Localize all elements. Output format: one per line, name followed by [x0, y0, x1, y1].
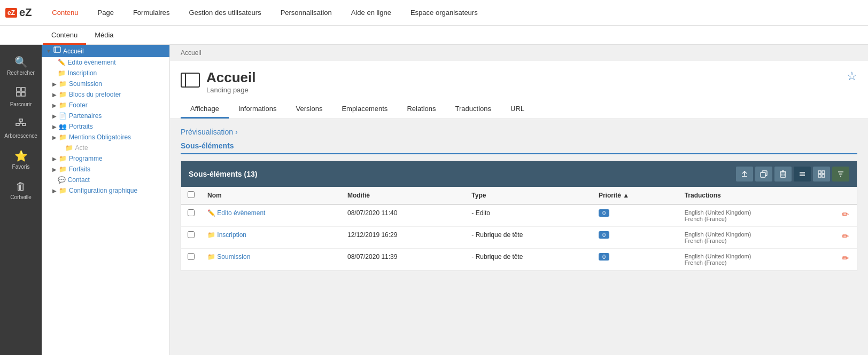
logo-text: eZ — [19, 6, 32, 19]
tab-informations[interactable]: Informations — [229, 100, 286, 119]
tree-item-edito[interactable]: ✏️ Edito évènement — [42, 57, 169, 68]
tree-link-inscription[interactable]: Inscription — [68, 69, 97, 77]
upload-button[interactable] — [736, 167, 753, 182]
tab-relations[interactable]: Relations — [397, 100, 445, 119]
copy-button[interactable] — [755, 167, 772, 182]
grid-view-button[interactable] — [813, 167, 830, 182]
nav-item-contenu[interactable]: Contenu — [42, 0, 88, 26]
row-1-edit-icon[interactable]: ✏ — [842, 210, 849, 219]
tree-item-contact[interactable]: 💬 Contact — [42, 175, 169, 185]
tree-link-partenaires[interactable]: Partenaires — [69, 112, 102, 120]
nav-item-formulaires[interactable]: Formulaires — [123, 0, 180, 26]
table-row: 📁 Soumission 08/07/2020 11:39 - Rubrique… — [181, 249, 857, 271]
row-3-edit-icon[interactable]: ✏ — [842, 254, 849, 263]
tree-item-config[interactable]: ▶ 📁 Configuration graphique — [42, 185, 169, 196]
sidebar-item-arborescence[interactable]: Arborescence — [0, 113, 42, 144]
top-navigation: eZ eZ Contenu Page Formulaires Gestion d… — [0, 0, 868, 26]
tree-item-soumission[interactable]: ▶ 📁 Soumission — [42, 78, 169, 89]
secondary-nav-media[interactable]: Média — [86, 26, 122, 45]
tree-link-contact[interactable]: Contact — [68, 176, 90, 184]
tree-item-programme[interactable]: ▶ 📁 Programme — [42, 153, 169, 164]
row-2-edit-icon[interactable]: ✏ — [842, 232, 849, 241]
tree-item-portraits[interactable]: ▶ 👥 Portraits — [42, 121, 169, 132]
content-title-block: Accueil Landing page — [181, 69, 256, 94]
favorite-star-icon[interactable]: ☆ — [847, 69, 857, 83]
col-checkbox — [181, 187, 201, 204]
tree-item-inscription[interactable]: 📁 Inscription — [42, 68, 169, 78]
nav-item-gestion[interactable]: Gestion des utilisateurs — [180, 0, 271, 26]
row-3-type: - Rubrique de tête — [465, 249, 592, 271]
table-header: Sous-éléments (13) — [181, 161, 857, 187]
row-2-translation-1: English (United Kingdom) — [685, 231, 829, 238]
row-1-link[interactable]: Edito évènement — [217, 209, 265, 217]
svg-rect-24 — [818, 171, 821, 173]
sidebar-item-corbeille[interactable]: 🗑 Corbeille — [0, 175, 42, 206]
select-all-checkbox[interactable] — [188, 191, 195, 198]
tree-toggle-accueil: ▼ — [46, 48, 51, 54]
filter-button[interactable] — [832, 167, 849, 182]
tree-link-config[interactable]: Configuration graphique — [69, 187, 137, 194]
col-priorite[interactable]: Priorité ▲ — [592, 187, 678, 204]
preview-link[interactable]: Prévisualisation › — [181, 128, 857, 136]
content-header: Accueil Landing page ☆ Affichage Informa… — [170, 61, 868, 119]
tree-item-forfaits[interactable]: ▶ 📁 Forfaits — [42, 164, 169, 175]
tree-item-acte[interactable]: 📁 Acte — [42, 143, 169, 153]
row-checkbox-3 — [181, 249, 201, 271]
svg-rect-27 — [822, 175, 825, 177]
row-2-link[interactable]: Inscription — [217, 231, 246, 239]
tab-versions[interactable]: Versions — [286, 100, 332, 119]
table-header-actions — [736, 167, 849, 182]
content-title-text: Accueil Landing page — [206, 69, 256, 94]
row-checkbox-1 — [181, 204, 201, 227]
tree-link-soumission[interactable]: Soumission — [69, 80, 102, 88]
secondary-nav-contenu[interactable]: Contenu — [43, 26, 86, 45]
sidebar-item-rechercher[interactable]: 🔍 Rechercher — [0, 50, 42, 81]
tree-link-mentions[interactable]: Mentions Obligatoires — [69, 133, 131, 141]
users-icon-portraits: 👥 — [59, 123, 67, 130]
tab-affichage[interactable]: Affichage — [181, 100, 229, 119]
tab-emplacements[interactable]: Emplacements — [332, 100, 397, 119]
tree-item-accueil[interactable]: ▼ Accueil — [42, 45, 169, 57]
row-2-checkbox[interactable] — [188, 231, 195, 238]
svg-rect-15 — [761, 172, 765, 177]
row-2-actions: ✏ — [835, 227, 857, 249]
row-checkbox-2 — [181, 227, 201, 249]
tree-link-blocs[interactable]: Blocs du prefooter — [69, 91, 121, 98]
page-icon-accueil — [53, 46, 61, 56]
tree-link-edito[interactable]: Edito évènement — [68, 59, 116, 66]
priority-badge-2: 0 — [599, 231, 609, 239]
row-3-checkbox[interactable] — [188, 253, 195, 260]
row-3-link[interactable]: Soumission — [217, 253, 250, 261]
tree-link-forfaits[interactable]: Forfaits — [69, 165, 90, 173]
tree-panel: ▼ Accueil ✏️ Edito évènement 📁 Inscripti… — [42, 45, 170, 355]
page-title: Accueil — [206, 69, 256, 86]
nav-item-personnalisation[interactable]: Personnalisation — [271, 0, 342, 26]
secondary-navigation: Contenu Média — [0, 26, 868, 45]
edito-row-icon: ✏️ — [207, 209, 217, 217]
sidebar-item-parcourir[interactable]: Parcourir — [0, 81, 42, 113]
tree-item-footer[interactable]: ▶ 📁 Footer — [42, 100, 169, 111]
delete-button[interactable] — [774, 167, 792, 182]
tab-traductions[interactable]: Traductions — [446, 100, 501, 119]
tree-link-footer[interactable]: Footer — [69, 101, 88, 109]
row-3-priority: 0 — [592, 249, 678, 271]
list-view-button[interactable] — [794, 167, 811, 182]
preview-label: Prévisualisation — [181, 128, 233, 136]
nav-item-aide[interactable]: Aide en ligne — [342, 0, 401, 26]
tab-url[interactable]: URL — [501, 100, 534, 119]
nav-item-page[interactable]: Page — [88, 0, 123, 26]
sub-elements-table: Nom Modifié Type Priorité ▲ Traductions — [181, 187, 857, 271]
tree-link-programme[interactable]: Programme — [69, 155, 103, 162]
folder-icon-soumission: 📁 — [59, 80, 67, 88]
tree-item-blocs[interactable]: ▶ 📁 Blocs du prefooter — [42, 89, 169, 100]
table-header-row: Nom Modifié Type Priorité ▲ Traductions — [181, 187, 857, 204]
tree-item-mentions[interactable]: ▶ 📁 Mentions Obligatoires — [42, 132, 169, 143]
nav-item-espace[interactable]: Espace organisateurs — [401, 0, 487, 26]
row-1-checkbox[interactable] — [188, 209, 195, 216]
logo: eZ eZ — [5, 6, 32, 19]
sidebar-item-favoris[interactable]: ⭐ Favoris — [0, 144, 42, 175]
tree-link-portraits[interactable]: Portraits — [69, 123, 93, 130]
folder-icon-footer: 📁 — [59, 101, 67, 109]
tree-item-partenaires[interactable]: ▶ 📄 Partenaires — [42, 111, 169, 121]
top-nav-list: Contenu Page Formulaires Gestion des uti… — [42, 0, 487, 26]
